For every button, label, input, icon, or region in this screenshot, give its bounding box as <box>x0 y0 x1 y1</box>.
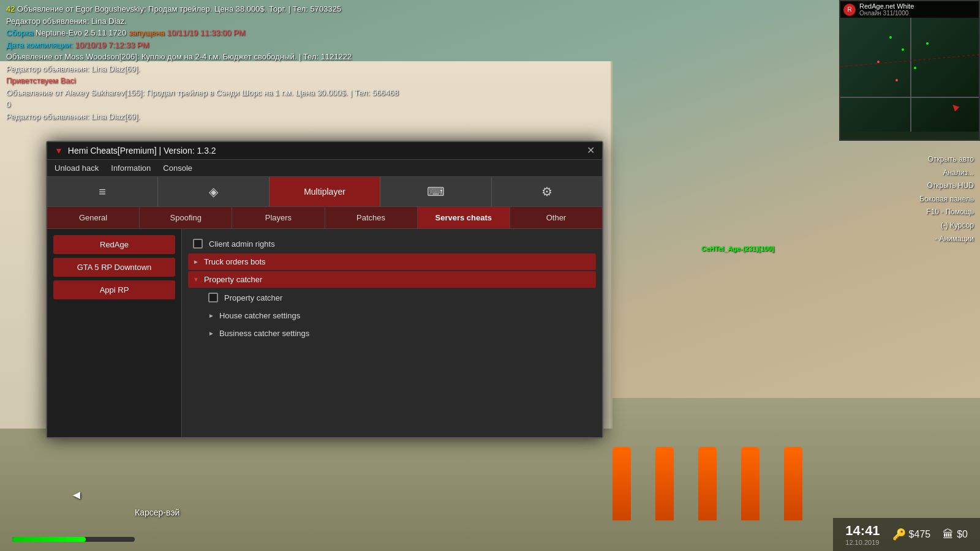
title-left: ▼ Hemi Cheats[Premium] | Version: 1.3.2 <box>55 146 216 156</box>
tab-patches[interactable]: Patches <box>325 207 418 228</box>
money2-value: $0 <box>957 529 968 540</box>
server-appirp[interactable]: Appi RP <box>53 280 175 299</box>
features-panel: Client admin rights ► Truck orders bots … <box>182 229 602 437</box>
sub-tabs: General Spoofing Players Patches Servers… <box>47 207 602 229</box>
expand-icon-truck: ► <box>193 258 199 265</box>
toolbar: ≡ ◈ Multiplayer ⌨ ⚙ <box>47 177 602 207</box>
server-list: RedAge GTA 5 RP Downtown Appi RP <box>47 229 182 437</box>
nav-label: Карсер-вэй <box>135 508 179 517</box>
feature-label-property-sub: Property catcher <box>224 293 282 302</box>
window-title: Hemi Cheats[Premium] | Version: 1.3.2 <box>68 146 216 156</box>
toolbar-menu-button[interactable]: ≡ <box>47 177 158 206</box>
feature-label-property: Property catcher <box>204 275 262 284</box>
close-button[interactable]: ✕ <box>587 146 595 156</box>
toolbar-cube-button[interactable]: ◈ <box>158 177 269 206</box>
settings-icon: ⚙ <box>541 184 552 199</box>
toolbar-settings-button[interactable]: ⚙ <box>492 177 602 206</box>
hud-money1: 🔑 $475 <box>892 528 931 541</box>
feature-client-admin[interactable]: Client admin rights <box>188 235 596 252</box>
game-chat: 42 Объявление от Egor Bogushevskiy: Прод… <box>0 0 405 126</box>
checkbox-client-admin[interactable] <box>193 239 203 249</box>
menu-console[interactable]: Console <box>163 163 192 173</box>
feature-label-house: House catcher settings <box>219 311 300 320</box>
keyboard-icon: ⌨ <box>427 184 445 199</box>
feature-house-catcher[interactable]: ► House catcher settings <box>203 307 596 324</box>
tab-players[interactable]: Players <box>232 207 325 228</box>
expand-icon-business: ► <box>208 330 214 337</box>
bollard <box>655 447 674 520</box>
hud-money2: 🏛 $0 <box>943 528 968 541</box>
expand-icon-house: ► <box>208 312 214 319</box>
right-overlay: Открыть авто Анализ... Открыть HUD Боков… <box>919 153 974 246</box>
menu-unload[interactable]: Unload hack <box>55 163 99 173</box>
minimap-subtitle: Онлайн 311/1000 <box>859 10 914 17</box>
feature-label-truck: Truck orders bots <box>204 257 266 266</box>
bottom-hud: 14:41 12.10.2019 🔑 $475 🏛 $0 <box>833 518 980 551</box>
menu-icon: ≡ <box>99 185 106 199</box>
minimap-roads <box>840 18 979 132</box>
tab-servers-cheats[interactable]: Servers cheats <box>418 207 510 228</box>
tab-other[interactable]: Other <box>510 207 602 228</box>
money1-icon: 🔑 <box>892 528 906 541</box>
hud-date: 12.10.2019 <box>845 539 880 546</box>
tab-general[interactable]: General <box>47 207 140 228</box>
bollard <box>784 447 802 520</box>
checkbox-property-catcher[interactable] <box>208 293 218 302</box>
health-bar <box>12 537 135 542</box>
money1-value: $475 <box>909 529 931 540</box>
minimap-map: ▲ <box>840 18 979 132</box>
bollard <box>698 447 717 520</box>
server-gta5rp[interactable]: GTA 5 RP Downtown <box>53 258 175 277</box>
svg-line-2 <box>840 54 979 67</box>
feature-business-catcher[interactable]: ► Business catcher settings <box>203 325 596 342</box>
cube-icon: ◈ <box>209 184 218 199</box>
minimap: R RedAge.net White Онлайн 311/1000 ▲ <box>839 0 980 141</box>
money2-icon: 🏛 <box>943 528 954 541</box>
server-redage[interactable]: RedAge <box>53 235 175 254</box>
content-area: RedAge GTA 5 RP Downtown Appi RP Client … <box>47 229 602 437</box>
hud-time: 14:41 <box>845 523 880 539</box>
feature-property-catcher-header[interactable]: ▼ Property catcher <box>188 271 596 288</box>
multiplayer-label: Multiplayer <box>304 187 345 197</box>
bollard <box>612 447 631 520</box>
nav-arrow: ◄ <box>70 488 83 502</box>
tab-spoofing[interactable]: Spoofing <box>140 207 232 228</box>
feature-truck-orders[interactable]: ► Truck orders bots <box>188 253 596 270</box>
titlebar: ▼ Hemi Cheats[Premium] | Version: 1.3.2 … <box>47 142 602 160</box>
menu-bar: Unload hack Information Console <box>47 160 602 177</box>
menu-information[interactable]: Information <box>111 163 151 173</box>
expand-icon-property: ▼ <box>193 276 199 283</box>
minimap-title: RedAge.net White <box>859 2 914 10</box>
player-tag: CeHTeI_Age-(231)[100] <box>701 245 774 252</box>
title-arrow-icon: ▼ <box>55 146 63 156</box>
toolbar-multiplayer-button[interactable]: Multiplayer <box>270 177 380 206</box>
feature-label-client-admin: Client admin rights <box>209 239 275 249</box>
toolbar-keyboard-button[interactable]: ⌨ <box>380 177 491 206</box>
bollards <box>612 447 802 520</box>
feature-label-business: Business catcher settings <box>219 329 309 338</box>
cheat-window: ▼ Hemi Cheats[Premium] | Version: 1.3.2 … <box>46 141 603 438</box>
health-fill <box>12 537 86 542</box>
bollard <box>741 447 760 520</box>
feature-property-catcher-sub[interactable]: Property catcher <box>203 289 596 306</box>
